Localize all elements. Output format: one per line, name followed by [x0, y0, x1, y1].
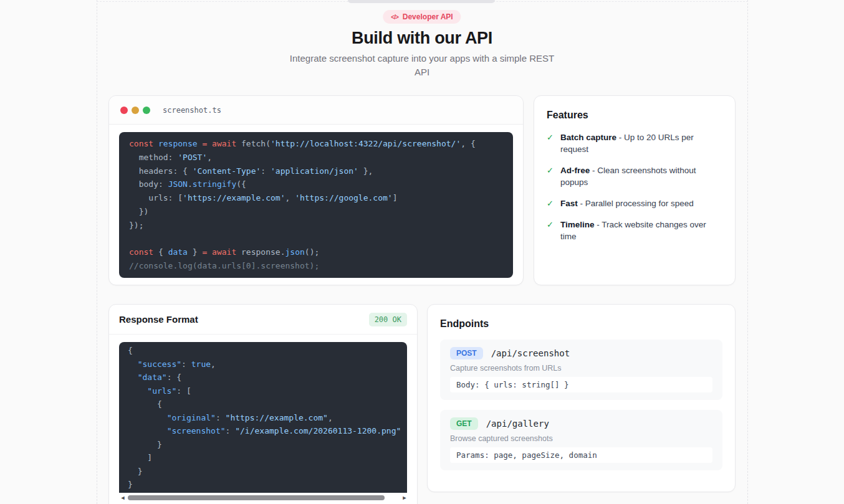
fetch-code-block: const response = await fetch('http://loc… [119, 132, 513, 278]
feature-item: ✓Batch capture - Up to 20 URLs per reque… [547, 131, 722, 155]
endpoint-card--api-gallery: GET/api/galleryBrowse captured screensho… [440, 410, 722, 470]
feature-text: Fast - Parallel processing for speed [560, 197, 694, 209]
response-format-header: Response Format 200 OK [109, 305, 417, 335]
code-icon: </> [391, 14, 398, 21]
method-badge: GET [450, 417, 478, 430]
endpoint-row: POST/api/screenshot [450, 347, 712, 359]
feature-item: ✓Fast - Parallel processing for speed [547, 197, 722, 209]
code-line: const { data } = await response.json(); [129, 245, 503, 259]
features-card: Features ✓Batch capture - Up to 20 URLs … [534, 95, 736, 285]
code-line: { [128, 397, 398, 411]
developer-api-badge: </> Developer API [383, 10, 461, 24]
code-line: { [128, 344, 398, 358]
feature-text: Timeline - Track website changes over ti… [560, 219, 722, 242]
scrollbar-thumb[interactable] [128, 495, 385, 500]
endpoint-path: /api/gallery [486, 419, 549, 429]
response-format-card: Response Format 200 OK { "success": true… [108, 304, 418, 504]
code-line: ] [128, 451, 398, 465]
scroll-left-arrow-icon[interactable]: ◄ [119, 495, 127, 501]
window-maximize-dot [143, 107, 150, 114]
endpoint-row: GET/api/gallery [450, 417, 712, 430]
editor-filename: screenshot.ts [163, 106, 221, 115]
feature-text: Ad-free - Clean screenshots without popu… [560, 164, 722, 188]
endpoints-card: Endpoints POST/api/screenshotCapture scr… [427, 304, 736, 492]
endpoints-title: Endpoints [440, 318, 722, 330]
code-line: }); [129, 219, 503, 232]
horizontal-scrollbar[interactable]: ◄ ► [119, 493, 408, 503]
code-line: body: JSON.stringify({ [129, 178, 503, 191]
status-200-badge: 200 OK [369, 313, 407, 326]
features-title: Features [547, 110, 722, 121]
editor-title-bar: screenshot.ts [109, 96, 523, 125]
endpoint-description: Capture screenshots from URLs [450, 364, 712, 373]
feature-term: Fast [560, 199, 578, 208]
layout-guide-left [97, 0, 97, 504]
layout-guide-right [747, 0, 748, 504]
code-editor-card: screenshot.ts const response = await fet… [108, 95, 524, 285]
code-line [129, 232, 503, 246]
code-line: }) [129, 205, 503, 219]
code-line: headers: { 'Content-Type': 'application/… [129, 164, 503, 178]
page-subtitle: Integrate screenshot capture into your a… [285, 52, 559, 79]
check-icon: ✓ [547, 164, 555, 188]
code-line: "screenshot": "/i/example.com/20260113-1… [128, 424, 398, 438]
code-line: const response = await fetch('http://loc… [129, 137, 503, 151]
response-format-title: Response Format [119, 314, 198, 325]
endpoint-path: /api/screenshot [491, 348, 570, 358]
code-line: } [128, 465, 398, 478]
code-line: //console.log(data.urls[0].screenshot); [129, 259, 503, 273]
check-icon: ✓ [547, 197, 555, 209]
features-list: ✓Batch capture - Up to 20 URLs per reque… [547, 131, 722, 242]
endpoints-list: POST/api/screenshotCapture screenshots f… [440, 340, 722, 470]
code-line: urls: ['https://example.com', 'https://g… [129, 191, 503, 205]
window-minimize-dot [132, 107, 139, 114]
developer-api-badge-label: Developer API [403, 12, 453, 21]
feature-item: ✓Ad-free - Clean screenshots without pop… [547, 164, 722, 188]
endpoint-meta: Params: page, pageSize, domain [450, 447, 712, 463]
endpoint-meta: Body: { urls: string[] } [450, 377, 712, 392]
code-line: "success": true, [128, 358, 398, 371]
scrollbar-track[interactable] [127, 493, 401, 503]
window-close-dot [120, 107, 128, 114]
code-line: "urls": [ [128, 384, 398, 398]
response-json-block: { "success": true, "data": { "urls": [ {… [119, 342, 407, 493]
code-line: "original": "https://example.com", [128, 411, 398, 425]
page-title: Build with our API [0, 29, 844, 48]
method-badge: POST [450, 347, 483, 359]
feature-term: Ad-free [560, 166, 590, 175]
scroll-right-arrow-icon[interactable]: ► [401, 495, 408, 501]
check-icon: ✓ [547, 131, 555, 155]
scrolled-element-edge [348, 0, 495, 3]
feature-term: Batch capture [560, 133, 616, 142]
code-line: } [128, 478, 398, 492]
check-icon: ✓ [547, 219, 555, 242]
code-line: method: 'POST', [129, 151, 503, 164]
endpoint-description: Browse captured screenshots [450, 434, 712, 443]
code-line: "data": { [128, 371, 398, 384]
endpoint-card--api-screenshot: POST/api/screenshotCapture screenshots f… [440, 340, 722, 400]
feature-term: Timeline [560, 220, 595, 229]
feature-text: Batch capture - Up to 20 URLs per reques… [560, 131, 722, 155]
code-line: } [128, 438, 398, 452]
feature-item: ✓Timeline - Track website changes over t… [547, 219, 722, 242]
